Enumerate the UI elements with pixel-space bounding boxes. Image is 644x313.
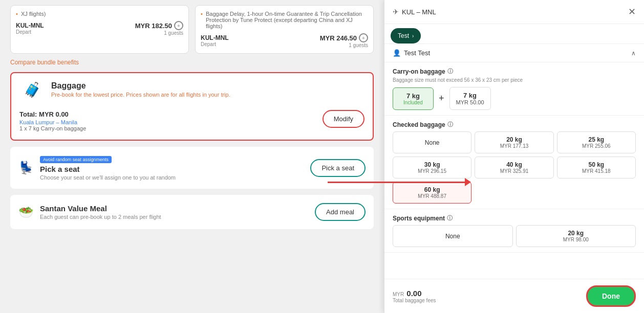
sports-option-20kg[interactable]: 20 kg MYR 98.00	[516, 225, 636, 247]
done-button[interactable]: Done	[586, 285, 636, 307]
meal-subtitle: Each guest can pre-book up to 2 meals pe…	[40, 214, 161, 220]
carry-on-note: Baggage size must not exceed 56 x 36 x 2…	[393, 77, 636, 83]
baggage-total: Total: MYR 0.00	[19, 110, 86, 118]
checked-option-25kg[interactable]: 25 kg MYR 255.06	[557, 131, 636, 153]
carry-on-info-icon[interactable]: ⓘ	[447, 68, 453, 75]
compare-link[interactable]: Compare bundle benefits	[10, 59, 374, 66]
myr-prefix: MYR	[393, 292, 404, 297]
route-code-2: KUL-MNL	[201, 34, 229, 41]
carry-on-section: Carry-on baggage ⓘ Baggage size must not…	[384, 62, 644, 116]
carry-on-option-included[interactable]: 7 kg Included	[393, 87, 434, 110]
depart-label-2: Depart	[201, 41, 229, 47]
checked-option-20kg[interactable]: 20 kg MYR 177.13	[475, 131, 553, 153]
carry-on-title: Carry-on baggage	[393, 68, 445, 75]
seat-section: 💺 Avoid random seat assignments Pick a s…	[10, 147, 374, 189]
add-price-1-icon[interactable]: +	[174, 21, 183, 30]
baggage-subtitle: Pre-book for the lowest price. Prices sh…	[51, 92, 230, 98]
passenger-section: 👤 Test Test ∧	[384, 44, 644, 62]
plane-icon: ✈	[393, 8, 399, 16]
checked-baggage-section: Checked baggage ⓘ None 20 kg MYR 177.13 …	[384, 116, 644, 209]
bundle-bullet-2: Baggage Delay, 1-hour On-time Guarantee …	[201, 11, 368, 29]
baggage-flyout: ✈ KUL – MNL ✕ Test › 👤 Test Test ∧ C	[384, 0, 644, 313]
carry-on-option-extra[interactable]: 7 kg MYR 50.00	[449, 87, 491, 110]
modify-button[interactable]: Modify	[323, 110, 364, 128]
depart-label-1: Depart	[16, 29, 44, 35]
bundle-card-1: XJ flights) KUL-MNL Depart MYR 182.50 + …	[10, 5, 189, 54]
flyout-tabs: Test ›	[384, 24, 644, 44]
baggage-title: Baggage	[51, 81, 230, 91]
checked-option-30kg[interactable]: 30 kg MYR 296.15	[393, 156, 471, 178]
total-amount: 0.00	[406, 289, 421, 298]
baggage-icon: 🧳	[19, 81, 45, 98]
sports-options-grid: None 20 kg MYR 98.00	[393, 225, 636, 247]
tab-test[interactable]: Test ›	[391, 28, 421, 43]
bundle-bullet-1: XJ flights)	[16, 11, 183, 17]
baggage-section: 🧳 Baggage Pre-book for the lowest price.…	[10, 72, 374, 141]
meal-icon: 🥗	[18, 205, 34, 219]
baggage-content: Carry-on baggage ⓘ Baggage size must not…	[384, 62, 644, 313]
seat-subtitle: Choose your seat or we'll assign one to …	[40, 174, 176, 181]
checked-option-none[interactable]: None	[393, 131, 471, 153]
guest-count-2: 1 guests	[320, 42, 368, 48]
seat-icon: 💺	[18, 161, 34, 175]
flyout-header: ✈ KUL – MNL ✕	[384, 0, 644, 24]
sports-title: Sports equipment	[393, 215, 445, 222]
passenger-collapse-icon[interactable]: ∧	[631, 50, 636, 57]
checked-info-icon[interactable]: ⓘ	[447, 121, 453, 128]
price-amount-2: MYR 246.50	[320, 34, 357, 42]
total-label: Total baggage fees	[393, 298, 436, 303]
arrow-indicator	[328, 178, 471, 186]
sports-section: Sports equipment ⓘ None 20 kg MYR 98.00	[384, 209, 644, 253]
baggage-route: Kuala Lumpur – Manila	[19, 119, 86, 125]
flyout-footer: MYR 0.00 Total baggage fees Done	[384, 279, 644, 313]
flyout-route: KUL – MNL	[402, 8, 436, 16]
checked-option-40kg[interactable]: 40 kg MYR 325.91	[475, 156, 553, 178]
tab-chevron-icon: ›	[412, 33, 414, 39]
close-button[interactable]: ✕	[628, 6, 636, 17]
pick-seat-button[interactable]: Pick a seat	[310, 159, 366, 177]
seat-title: Pick a seat	[40, 165, 176, 173]
checked-options-grid: None 20 kg MYR 177.13 25 kg MYR 255.06 3…	[393, 131, 636, 204]
add-price-2-icon[interactable]: +	[359, 33, 368, 42]
sports-info-icon[interactable]: ⓘ	[447, 214, 453, 222]
add-meal-button[interactable]: Add meal	[315, 203, 366, 221]
meal-title: Santan Value Meal	[40, 204, 161, 213]
avoid-badge: Avoid random seat assignments	[40, 156, 112, 163]
checked-title: Checked baggage	[393, 121, 445, 128]
baggage-carry-on-detail: 1 x 7 kg Carry-on baggage	[19, 125, 86, 131]
sports-option-none[interactable]: None	[393, 225, 513, 247]
checked-option-50kg[interactable]: 50 kg MYR 415.18	[557, 156, 636, 178]
guest-count-1: 1 guests	[135, 30, 183, 36]
person-icon: 👤	[393, 49, 401, 57]
bundle-card-2: Baggage Delay, 1-hour On-time Guarantee …	[195, 5, 374, 54]
passenger-name: Test Test	[404, 49, 430, 57]
meal-section: 🥗 Santan Value Meal Each guest can pre-b…	[10, 195, 374, 229]
carry-on-plus-icon: +	[439, 93, 444, 104]
route-code-1: KUL-MNL	[16, 22, 44, 29]
price-amount-1: MYR 182.50	[135, 22, 172, 30]
